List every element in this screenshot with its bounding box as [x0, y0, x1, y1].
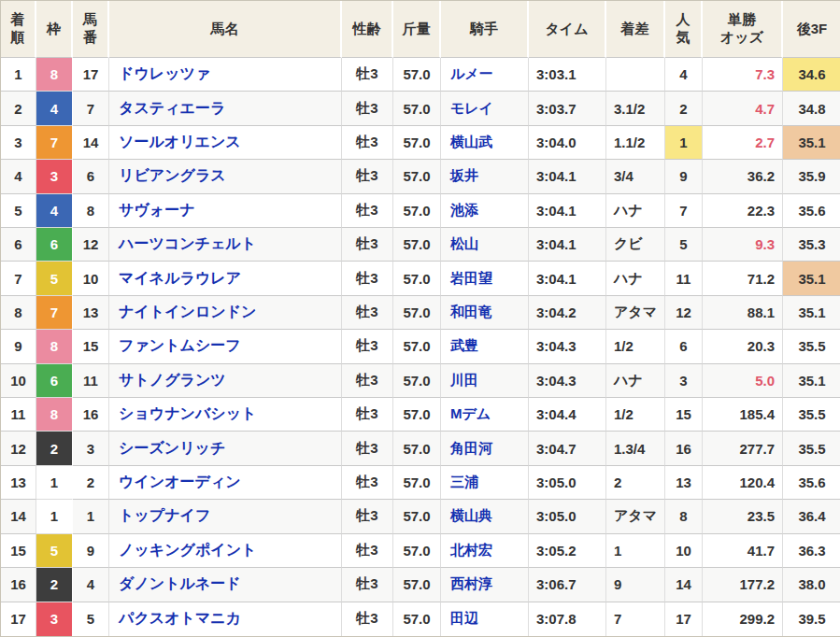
jockey-link[interactable]: 西村淳: [450, 575, 492, 591]
last3f-cell: 35.3: [783, 228, 840, 262]
horse-name-link[interactable]: ダノントルネード: [119, 575, 241, 591]
horse-name-link[interactable]: マイネルラウレア: [119, 270, 241, 286]
horse-name-link[interactable]: ノッキングポイント: [119, 542, 256, 558]
jockey-link[interactable]: 三浦: [450, 474, 478, 489]
number-cell: 8: [73, 194, 109, 228]
col-header-sex_age: 性齢: [342, 1, 393, 58]
jockey-link[interactable]: 横山典: [450, 507, 492, 523]
rank-cell: 11: [1, 398, 36, 432]
jockey-link[interactable]: 松山: [450, 235, 478, 251]
jockey-link[interactable]: 坂井: [450, 167, 478, 183]
col-header-number: 馬 番: [73, 1, 109, 58]
col-header-weight: 斤量: [393, 1, 441, 58]
jockey-cell: 岩田望: [441, 262, 529, 295]
jockey-link[interactable]: モレイ: [450, 100, 493, 116]
horse-name-link[interactable]: サヴォーナ: [119, 202, 195, 218]
number-cell: 15: [73, 330, 109, 363]
rank-cell: 15: [1, 534, 36, 568]
popularity-cell: 8: [665, 500, 703, 533]
horse-name-link[interactable]: シーズンリッチ: [119, 440, 225, 456]
table-header: 着 順枠馬 番馬名性齢斤量騎手タイム着差人 気単勝 オッズ後3F: [1, 1, 840, 58]
sex_age-cell: 牡3: [342, 58, 393, 92]
sex_age-cell: 牡3: [342, 296, 393, 330]
last3f-cell: 35.5: [783, 432, 840, 465]
number-cell: 11: [73, 364, 109, 398]
frame-cell: 3: [36, 160, 73, 193]
sex_age-cell: 牡3: [342, 228, 393, 262]
popularity-cell: 16: [665, 432, 703, 465]
table-row: 9815ファントムシーフ牡357.0武豊3:04.31/2620.335.5: [1, 330, 840, 363]
number-cell: 10: [73, 262, 109, 295]
popularity-cell: 17: [665, 602, 703, 637]
margin-cell: 2: [606, 466, 665, 500]
margin-cell: アタマ: [606, 500, 665, 533]
odds-cell: 20.3: [703, 330, 783, 363]
last3f-cell: 35.1: [783, 262, 840, 295]
horse-name-link[interactable]: ショウナンバシット: [119, 405, 256, 421]
table-row: 247タスティエーラ牡357.0モレイ3:03.73.1/224.734.8: [1, 92, 840, 125]
jockey-cell: 坂井: [441, 160, 529, 193]
jockey-link[interactable]: ルメー: [450, 65, 493, 81]
horse-cell: マイネルラウレア: [109, 262, 342, 295]
sex_age-cell: 牡3: [342, 364, 393, 398]
jockey-link[interactable]: 池添: [450, 202, 478, 218]
popularity-cell: 13: [665, 466, 703, 500]
horse-cell: ウインオーディン: [109, 466, 342, 500]
table-row: 8713ナイトインロンドン牡357.0和田竜3:04.2アタマ1288.135.…: [1, 296, 840, 330]
odds-cell: 9.3: [703, 228, 783, 262]
horse-name-link[interactable]: ソールオリエンス: [119, 134, 241, 149]
jockey-link[interactable]: 北村宏: [450, 542, 492, 558]
horse-name-link[interactable]: サトノグランツ: [119, 372, 226, 388]
jockey-link[interactable]: 和田竜: [450, 304, 492, 319]
horse-cell: サトノグランツ: [109, 364, 342, 398]
last3f-cell: 35.5: [783, 330, 840, 363]
horse-name-link[interactable]: ドウレッツァ: [119, 65, 210, 81]
weight-cell: 57.0: [393, 398, 441, 432]
number-cell: 2: [73, 466, 109, 500]
popularity-cell: 5: [665, 228, 703, 262]
margin-cell: 1/2: [606, 398, 665, 432]
horse-name-link[interactable]: ナイトインロンドン: [119, 304, 256, 319]
odds-cell: 36.2: [703, 160, 783, 193]
col-header-odds: 単勝 オッズ: [703, 1, 783, 58]
jockey-link[interactable]: 岩田望: [450, 270, 492, 286]
weight-cell: 57.0: [393, 568, 441, 602]
table-row: 548サヴォーナ牡357.0池添3:04.1ハナ722.335.6: [1, 194, 840, 228]
popularity-cell: 15: [665, 398, 703, 432]
horse-cell: ファントムシーフ: [109, 330, 342, 363]
time-cell: 3:03.1: [529, 58, 606, 92]
jockey-cell: 北村宏: [441, 534, 529, 568]
number-cell: 16: [73, 398, 109, 432]
popularity-cell: 11: [665, 262, 703, 295]
jockey-link[interactable]: 川田: [450, 372, 478, 388]
horse-name-link[interactable]: タスティエーラ: [119, 100, 225, 116]
last3f-cell: 35.1: [783, 126, 840, 160]
jockey-link[interactable]: 角田河: [450, 440, 492, 456]
rank-cell: 14: [1, 500, 36, 533]
table-row: 6612ハーツコンチェルト牡357.0松山3:04.1クビ59.335.3: [1, 228, 840, 262]
sex_age-cell: 牡3: [342, 432, 393, 465]
horse-name-link[interactable]: ファントムシーフ: [119, 337, 241, 353]
frame-cell: 6: [36, 364, 73, 398]
time-cell: 3:04.4: [529, 398, 606, 432]
horse-name-link[interactable]: リビアングラス: [119, 167, 226, 183]
jockey-cell: モレイ: [441, 92, 529, 125]
jockey-cell: 角田河: [441, 432, 529, 465]
number-cell: 3: [73, 432, 109, 465]
jockey-link[interactable]: 横山武: [450, 134, 492, 149]
frame-cell: 5: [36, 534, 73, 568]
rank-cell: 6: [1, 228, 36, 262]
margin-cell: [606, 58, 665, 92]
jockey-link[interactable]: 武豊: [450, 337, 478, 353]
jockey-link[interactable]: 田辺: [450, 610, 478, 626]
rank-cell: 10: [1, 364, 36, 398]
last3f-cell: 34.8: [783, 92, 840, 125]
horse-name-link[interactable]: ウインオーディン: [119, 474, 241, 489]
margin-cell: 3/4: [606, 160, 665, 193]
horse-name-link[interactable]: パクスオトマニカ: [119, 610, 241, 626]
horse-name-link[interactable]: ハーツコンチェルト: [119, 235, 256, 251]
jockey-link[interactable]: Mデム: [450, 405, 491, 421]
horse-name-link[interactable]: トップナイフ: [119, 507, 210, 523]
weight-cell: 57.0: [393, 194, 441, 228]
sex_age-cell: 牡3: [342, 398, 393, 432]
